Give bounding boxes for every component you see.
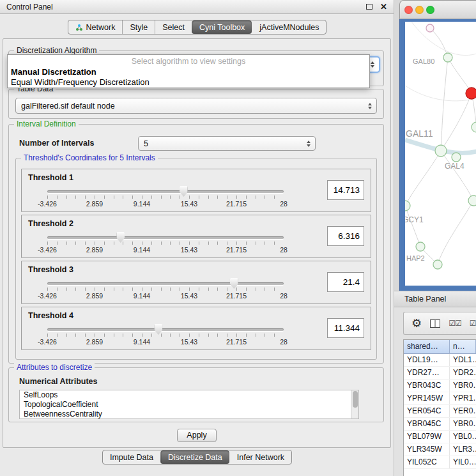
table-cell: YDL1…: [450, 354, 476, 366]
interval-definition-group-title: Interval Definition: [14, 119, 79, 128]
mac-zoom-button[interactable]: [426, 6, 434, 14]
slider-scale-label: 15.43: [181, 246, 197, 254]
table-row[interactable]: YLR345WYLR3…: [404, 443, 476, 456]
threshold-4-value-field[interactable]: 11.344: [327, 318, 364, 338]
algorithm-dropdown-popup: Select algorithm to view settings Manual…: [7, 54, 370, 88]
threshold-1-slider[interactable]: -3.4262.8599.14415.4321.71528: [47, 186, 284, 209]
slider-track[interactable]: [47, 236, 284, 239]
slider-track[interactable]: [47, 190, 284, 193]
slider-scale-label: 28: [280, 292, 288, 300]
number-of-intervals-combobox[interactable]: 5: [138, 136, 316, 151]
apply-button[interactable]: Apply: [177, 429, 217, 442]
float-window-icon[interactable]: [366, 4, 372, 10]
network-node[interactable]: [472, 122, 476, 132]
table-cell: YPR145W: [404, 392, 450, 404]
slider-scale-label: 9.144: [134, 292, 150, 300]
select-all-icon[interactable]: ☑: [470, 319, 476, 328]
slider-scale-label: 2.859: [86, 246, 103, 254]
list-scrollbar[interactable]: [351, 390, 358, 418]
table-data-group: Table Data galFiltered.sif default node: [8, 89, 384, 119]
table-cell: YLR345W: [404, 443, 450, 456]
bottom-tabbar: Impute Data Discretize Data Infer Networ…: [0, 450, 394, 464]
threshold-1-value-field[interactable]: 14.713: [327, 180, 364, 200]
network-canvas[interactable]: GAL80GAL11GAL4GCY1HAP2: [405, 22, 476, 286]
network-node[interactable]: [435, 145, 447, 157]
mac-close-button[interactable]: [404, 6, 413, 14]
threshold-3-slider[interactable]: -3.4262.8599.14415.4321.71528: [47, 278, 284, 301]
attributes-group-title: Attributes to discretize: [14, 363, 95, 372]
table-row[interactable]: YBL079WYBL0…: [404, 431, 476, 443]
dropdown-option-equal-width-frequency[interactable]: Equal Width/Frequency Discretization: [8, 77, 369, 88]
slider-scale-label: 28: [280, 338, 288, 346]
tab-discretize-data[interactable]: Discretize Data: [160, 450, 229, 464]
network-node[interactable]: [405, 201, 410, 211]
table-cell: YBL079W: [404, 431, 450, 443]
threshold-3-panel: Threshold 3 -3.4262.8599.14415.4321.7152…: [21, 261, 371, 304]
table-row[interactable]: YIL052CYIL0…: [404, 456, 476, 469]
network-node[interactable]: [468, 196, 476, 206]
attribute-list-item[interactable]: SelfLoops: [20, 390, 358, 400]
table-row[interactable]: YBR043CYBR0…: [404, 380, 476, 392]
slider-scale-label: 2.859: [86, 200, 103, 208]
list-scrollbar-thumb[interactable]: [353, 391, 358, 408]
table-row[interactable]: YDL19…YDL1…: [404, 354, 476, 367]
table-cell: YBR0…: [450, 418, 476, 430]
tab-infer-network-label: Infer Network: [237, 453, 284, 462]
combobox-arrows-icon: [368, 103, 372, 109]
network-node[interactable]: [416, 242, 425, 251]
tab-style[interactable]: Style: [122, 20, 155, 34]
network-node[interactable]: [433, 260, 442, 269]
dropdown-option-manual-discretization[interactable]: Manual Discretization: [8, 67, 369, 77]
tab-select[interactable]: Select: [155, 20, 192, 34]
slider-ticks: [47, 334, 284, 337]
table-cell: YIL052C: [404, 456, 450, 468]
close-icon[interactable]: ✕: [380, 3, 387, 11]
tab-jactivemnodules[interactable]: jActiveMNodules: [252, 20, 326, 34]
column-header-shared[interactable]: shared…: [404, 340, 450, 354]
slider-scale: -3.4262.8599.14415.4321.71528: [47, 246, 284, 254]
network-node[interactable]: [466, 88, 476, 99]
table-data-combobox-value: galFiltered.sif default node: [21, 102, 115, 111]
interval-definition-group: Interval Definition Number of Intervals …: [8, 124, 384, 364]
tab-infer-network[interactable]: Infer Network: [229, 450, 291, 464]
threshold-3-value-field[interactable]: 21.4: [327, 272, 364, 292]
select-columns-icon[interactable]: ☑☑: [449, 319, 461, 328]
number-of-intervals-label: Number of Intervals: [19, 139, 94, 148]
tab-network[interactable]: Network: [68, 20, 123, 34]
network-node[interactable]: [443, 53, 452, 62]
network-node-label: GAL11: [406, 128, 433, 139]
table-cell: YBR0…: [450, 380, 476, 392]
mac-minimize-button[interactable]: [415, 6, 424, 14]
threshold-2-value-field[interactable]: 6.316: [327, 226, 364, 246]
threshold-2-label: Threshold 2: [28, 219, 73, 228]
column-header-name[interactable]: n…: [450, 340, 476, 354]
slider-track[interactable]: [47, 282, 284, 285]
slider-scale-label: 15.43: [181, 292, 197, 300]
slider-track[interactable]: [47, 328, 284, 331]
table-cell: YLR3…: [450, 443, 476, 456]
network-icon: [75, 24, 83, 31]
tab-cyni-toolbox[interactable]: Cyni Toolbox: [192, 20, 252, 34]
combobox-arrows-icon: [371, 61, 374, 68]
attribute-list-item[interactable]: BetweennessCentrality: [20, 410, 358, 419]
table-row[interactable]: YPR145WYPR1…: [404, 392, 476, 405]
table-row[interactable]: YDR27…YDR2…: [404, 367, 476, 380]
network-node[interactable]: [426, 24, 434, 32]
threshold-coordinates-group-title: Threshold's Coordinates for 5 Intervals: [21, 153, 158, 162]
slider-scale-label: 28: [280, 246, 288, 254]
slider-ticks: [47, 242, 284, 245]
table-panel-title: Table Panel: [394, 291, 476, 307]
table-data-combobox[interactable]: galFiltered.sif default node: [15, 98, 377, 114]
tab-impute-data[interactable]: Impute Data: [103, 450, 160, 464]
cyni-toolbox-panel: Discretization Algorithm Select algorith…: [3, 38, 391, 448]
gear-icon[interactable]: ⚙: [411, 318, 422, 329]
columns-icon[interactable]: [430, 319, 440, 328]
threshold-2-slider[interactable]: -3.4262.8599.14415.4321.71528: [47, 232, 284, 255]
threshold-4-slider[interactable]: -3.4262.8599.14415.4321.71528: [47, 324, 284, 347]
table-header-row: shared… n…: [404, 340, 476, 354]
network-node[interactable]: [452, 153, 461, 162]
table-row[interactable]: YER054CYER0…: [404, 405, 476, 418]
slider-scale-label: 21.715: [226, 246, 247, 254]
attribute-list-item[interactable]: TopologicalCoefficient: [20, 400, 358, 410]
table-row[interactable]: YBR045CYBR0…: [404, 418, 476, 431]
